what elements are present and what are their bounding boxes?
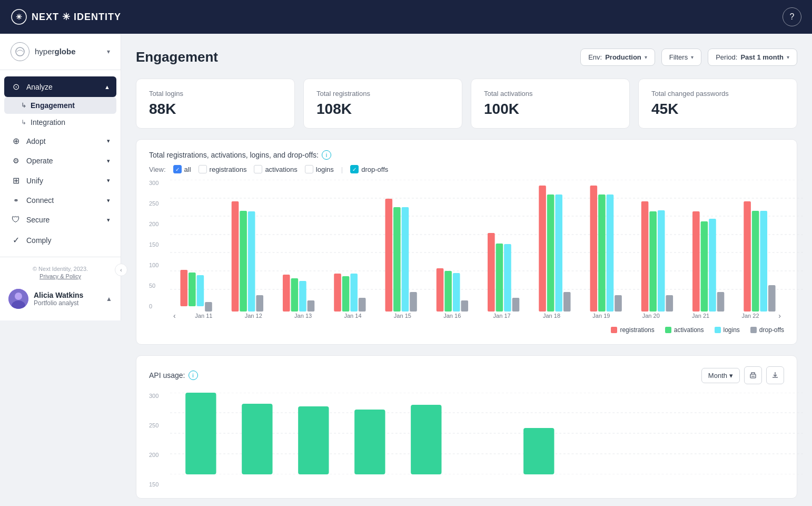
connect-icon: ⚭ — [11, 197, 21, 205]
stat-card-passwords: Total changed passwords 45K — [638, 79, 797, 129]
svg-rect-26 — [342, 276, 350, 312]
env-selector[interactable]: Env: Production ▾ — [580, 48, 655, 66]
svg-rect-23 — [299, 281, 306, 312]
api-y-axis: 150 200 250 300 — [149, 393, 169, 488]
sidebar-wrapper: hyperglobe ▾ ⊙ Analyze ▲ ↳ Engagement — [0, 34, 121, 506]
sidebar-item-label: Adopt — [26, 137, 46, 145]
filter-logins[interactable]: logins — [305, 165, 334, 173]
api-period-button[interactable]: Month ▾ — [701, 368, 740, 383]
user-avatar — [8, 289, 28, 309]
env-label: Env: — [588, 53, 602, 61]
sidebar-item-adopt[interactable]: ⊕ Adopt ▾ — [0, 131, 121, 151]
legend-label: logins — [724, 326, 740, 334]
filters-selector[interactable]: Filters ▾ — [661, 48, 701, 66]
checkbox-activations[interactable] — [254, 165, 262, 173]
period-selector[interactable]: Period: Past 1 month ▾ — [708, 48, 797, 66]
svg-rect-44 — [563, 292, 571, 312]
legend-label: activations — [674, 326, 704, 334]
page-header: Engagement Env: Production ▾ Filters ▾ P… — [136, 48, 797, 66]
filter-log-label: logins — [316, 166, 334, 173]
stat-label: Total changed passwords — [651, 90, 784, 98]
api-header: API usage: i Month ▾ — [149, 366, 784, 384]
svg-rect-14 — [189, 273, 196, 306]
sidebar-item-engagement[interactable]: ↳ Engagement — [4, 97, 116, 114]
sidebar-item-unify[interactable]: ⊞ Unify ▾ — [0, 170, 121, 191]
stat-value: 100K — [484, 101, 617, 118]
checkbox-registrations[interactable] — [199, 165, 207, 173]
api-chart-container: 150 200 250 300 — [149, 393, 784, 488]
filter-act-label: activations — [265, 166, 297, 173]
sidebar-item-operate[interactable]: ⚙ Operate ▾ — [0, 151, 121, 170]
sidebar-item-secure[interactable]: 🛡 Secure ▾ — [0, 210, 121, 230]
y-axis-labels: 0 50 100 150 200 250 300 — [149, 180, 169, 309]
copyright-text: © Next Identity, 2023. — [0, 264, 121, 273]
unify-chevron-icon: ▾ — [107, 177, 110, 184]
chart-info-icon[interactable]: i — [322, 150, 331, 160]
sidebar-collapse-button[interactable]: ‹ — [115, 264, 127, 276]
svg-rect-15 — [197, 275, 204, 306]
user-profile[interactable]: Alicia Watkins Portfolio analyst ▲ — [0, 284, 121, 314]
checkbox-dropoffs[interactable]: ✓ — [350, 165, 359, 173]
svg-rect-27 — [350, 274, 358, 312]
analyze-chevron-icon: ▲ — [104, 84, 110, 90]
sidebar-item-comply[interactable]: ✓ Comply — [0, 230, 121, 250]
period-label: Period: — [716, 53, 737, 61]
secure-icon: 🛡 — [11, 215, 21, 225]
analyze-icon: ⊙ — [11, 82, 21, 92]
filter-dropoffs[interactable]: ✓ drop-offs — [350, 165, 388, 173]
filter-all[interactable]: ✓ all — [173, 165, 191, 173]
period-value: Past 1 month — [740, 53, 784, 61]
legend-dropoffs: drop-offs — [750, 326, 784, 334]
svg-point-4 — [15, 293, 22, 300]
sidebar-item-connect[interactable]: ⚭ Connect ▾ — [0, 191, 121, 210]
user-name: Alicia Watkins — [34, 291, 101, 299]
svg-rect-72 — [411, 405, 441, 474]
stats-row: Total logins 88K Total registrations 108… — [136, 79, 797, 129]
tenant-chevron-icon: ▾ — [107, 48, 110, 55]
svg-rect-38 — [496, 244, 503, 312]
operate-icon: ⚙ — [11, 157, 21, 165]
api-info-icon[interactable]: i — [189, 371, 198, 380]
adopt-chevron-icon: ▾ — [107, 138, 110, 144]
tenant-name: hyperglobe — [35, 47, 76, 56]
svg-rect-62 — [751, 376, 755, 377]
checkbox-logins[interactable] — [305, 165, 313, 173]
chart-next-button[interactable]: › — [775, 312, 784, 320]
api-print-button[interactable] — [744, 366, 762, 384]
svg-rect-60 — [768, 285, 776, 312]
engagement-chart-card: Total registrations, activations, logins… — [136, 139, 797, 345]
help-button[interactable]: ? — [783, 7, 801, 26]
svg-rect-30 — [393, 207, 401, 312]
svg-rect-39 — [504, 244, 511, 312]
chart-prev-button[interactable]: ‹ — [170, 312, 179, 320]
privacy-link[interactable]: Privacy & Policy — [0, 273, 121, 279]
chart-title: Total registrations, activations, logins… — [149, 150, 784, 160]
app-logo: ✳ NEXT ✳ IDENTITY — [11, 8, 121, 25]
sidebar-item-label: Unify — [26, 177, 43, 185]
env-value: Production — [605, 53, 641, 61]
filter-activations[interactable]: activations — [254, 165, 297, 173]
svg-rect-50 — [649, 211, 657, 312]
legend-label: registrations — [620, 326, 654, 334]
sidebar-sub-label: Integration — [31, 118, 65, 126]
checkbox-all[interactable]: ✓ — [173, 165, 182, 173]
legend-dot-dropoffs — [750, 327, 757, 333]
api-period-chevron-icon: ▾ — [729, 372, 733, 380]
sidebar-item-integration[interactable]: ↳ Integration — [0, 114, 121, 131]
svg-rect-54 — [701, 221, 708, 312]
api-title: API usage: i — [149, 371, 198, 380]
tenant-selector[interactable]: hyperglobe ▾ — [0, 34, 121, 70]
period-chevron-icon: ▾ — [787, 54, 789, 60]
svg-rect-25 — [334, 274, 341, 312]
svg-rect-55 — [709, 219, 716, 312]
svg-rect-21 — [283, 275, 290, 312]
filter-registrations[interactable]: registrations — [199, 165, 247, 173]
filters-label: Filters — [669, 53, 688, 61]
svg-rect-71 — [354, 410, 385, 474]
api-download-button[interactable] — [766, 366, 784, 384]
chart-legend: registrations activations logins drop-of… — [149, 326, 784, 334]
svg-rect-19 — [248, 211, 255, 312]
stat-card-activations: Total activations 100K — [471, 79, 630, 129]
comply-icon: ✓ — [11, 235, 21, 245]
sidebar-item-analyze[interactable]: ⊙ Analyze ▲ — [4, 76, 116, 97]
